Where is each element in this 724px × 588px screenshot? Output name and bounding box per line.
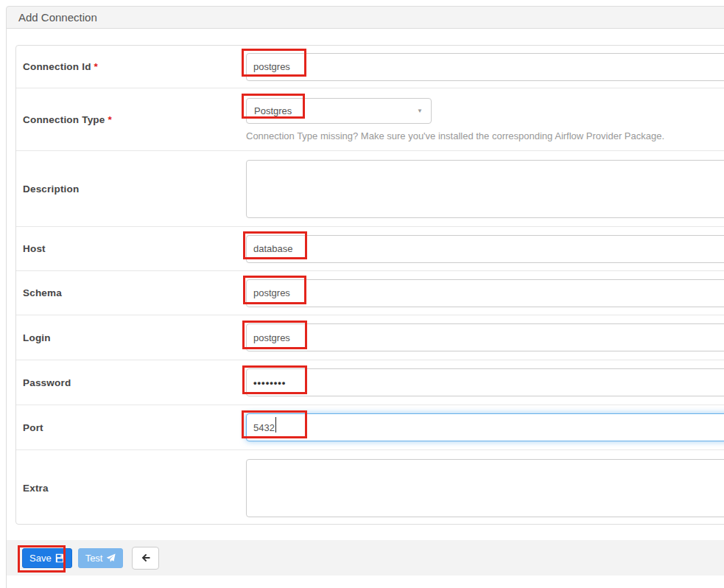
form-row-schema: Schema <box>16 271 724 315</box>
form-row-connection-id: Connection Id * <box>16 46 724 88</box>
connection-type-selected-value: Postgres <box>254 105 292 116</box>
form-row-port: Port <box>16 405 724 450</box>
form-row-login: Login <box>16 315 724 360</box>
form-row-extra: Extra <box>16 450 724 525</box>
login-label: Login <box>23 332 51 343</box>
login-input[interactable] <box>246 323 724 351</box>
required-asterisk: * <box>94 61 98 72</box>
connection-type-select[interactable]: Postgres ▼ <box>246 98 432 124</box>
schema-label: Schema <box>23 287 62 298</box>
test-button-label: Test <box>85 553 103 564</box>
port-input[interactable] <box>246 413 724 441</box>
connection-id-input[interactable] <box>246 53 724 81</box>
add-connection-form: Connection Id * Connection Type * Postgr… <box>15 45 724 525</box>
form-actions-bar: Save Test <box>7 540 724 575</box>
password-label: Password <box>23 377 71 388</box>
form-row-host: Host <box>16 227 724 271</box>
port-label: Port <box>23 422 43 433</box>
password-input[interactable] <box>246 368 724 396</box>
left-arrow-icon <box>140 553 151 563</box>
chevron-down-icon: ▼ <box>417 99 423 123</box>
back-button[interactable] <box>132 547 159 570</box>
host-input[interactable] <box>246 235 724 263</box>
floppy-disk-icon <box>55 553 65 563</box>
panel-left-border <box>6 28 7 588</box>
save-button-label: Save <box>29 553 52 564</box>
connection-type-label: Connection Type <box>23 114 105 125</box>
form-row-connection-type: Connection Type * Postgres ▼ Connection … <box>16 88 724 151</box>
page-title: Add Connection <box>6 6 724 29</box>
paper-plane-icon <box>106 553 116 563</box>
connection-id-label: Connection Id <box>23 61 91 72</box>
form-row-password: Password <box>16 360 724 405</box>
schema-input[interactable] <box>246 279 724 307</box>
text-caret <box>275 417 276 433</box>
test-button[interactable]: Test <box>78 548 124 568</box>
description-textarea[interactable] <box>246 160 724 218</box>
form-row-description: Description <box>16 151 724 227</box>
extra-textarea[interactable] <box>246 459 724 517</box>
extra-label: Extra <box>23 483 49 494</box>
connection-type-help-text: Connection Type missing? Make sure you'v… <box>246 130 724 141</box>
description-label: Description <box>23 183 79 195</box>
required-asterisk: * <box>108 114 112 125</box>
save-button[interactable]: Save <box>22 548 72 568</box>
host-label: Host <box>23 243 46 254</box>
